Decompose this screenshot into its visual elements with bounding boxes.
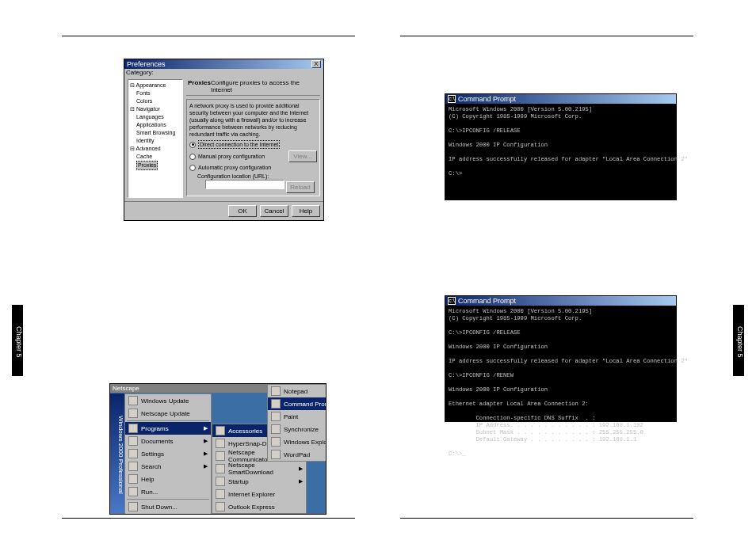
start-column-accessories: Notepad Command Prompt Paint Synchronize… <box>267 384 326 462</box>
notepad-icon <box>271 386 281 396</box>
mi-notepad[interactable]: Notepad <box>268 385 326 397</box>
chevron-right-icon: ▶ <box>204 463 208 469</box>
mi-netscape-update[interactable]: Netscape Update <box>125 407 211 420</box>
separator <box>127 420 209 421</box>
settings-icon <box>128 449 138 458</box>
run-icon <box>128 487 138 496</box>
cmd1-titlebar: c:\ Command Prompt <box>445 94 676 104</box>
ok-button[interactable]: OK <box>228 205 257 217</box>
ie-icon <box>216 489 225 499</box>
tree-languages[interactable]: Languages <box>130 113 181 121</box>
mi-run[interactable]: Run... <box>125 485 211 498</box>
tree-cache[interactable]: Cache <box>130 153 181 161</box>
proxy-desc: A network proxy is used to provide addit… <box>189 102 317 138</box>
rule-top-right <box>400 36 693 36</box>
radio-manual-label: Manual proxy configuration <box>198 153 265 160</box>
tree-applications[interactable]: Applications <box>130 121 181 129</box>
tree-colors[interactable]: Colors <box>130 97 181 105</box>
cmd2-title: Command Prompt <box>458 297 516 305</box>
reload-button[interactable]: Reload <box>286 181 315 193</box>
cmd-icon: c:\ <box>448 297 456 305</box>
mi-win-explorer[interactable]: Windows Explorer <box>268 435 326 448</box>
shutdown-icon <box>128 502 138 511</box>
view-button[interactable]: View... <box>288 150 317 162</box>
documents-icon <box>128 436 138 446</box>
chevron-right-icon: ▶ <box>204 450 208 457</box>
cancel-button[interactable]: Cancel <box>260 205 288 217</box>
command-prompt-1: c:\ Command Prompt Microsoft Windows 200… <box>445 93 677 200</box>
mi-shutdown[interactable]: Shut Down... <box>125 500 211 513</box>
sync-icon <box>271 424 281 434</box>
chevron-right-icon: ▶ <box>299 478 303 485</box>
mi-documents[interactable]: Documents▶ <box>125 435 211 447</box>
cmd2-titlebar: c:\ Command Prompt <box>445 296 676 306</box>
mi-settings[interactable]: Settings▶ <box>125 447 211 460</box>
mi-sync[interactable]: Synchronize <box>268 423 326 435</box>
programs-icon <box>128 424 138 433</box>
tree-fonts[interactable]: Fonts <box>130 89 181 97</box>
cmd-icon: c:\ <box>448 95 456 103</box>
folder-icon <box>216 439 225 448</box>
folder-icon <box>216 477 225 486</box>
mi-windows-update[interactable]: Windows Update <box>125 394 211 407</box>
help-icon <box>128 474 138 484</box>
panel-title: Proxies <box>188 79 211 93</box>
start-strip: Windows 2000 Professional <box>110 393 124 515</box>
preferences-title: Preferences <box>127 60 166 68</box>
proxy-groupbox: A network proxy is used to provide addit… <box>186 99 320 196</box>
category-tree[interactable]: ⊟ Appearance Fonts Colors ⊟ Navigator La… <box>128 79 183 198</box>
help-button[interactable]: Help <box>292 205 320 217</box>
tree-navigator[interactable]: ⊟ Navigator <box>130 105 181 113</box>
chevron-right-icon: ▶ <box>204 438 208 444</box>
panel-subtitle: Configure proxies to access the Internet <box>211 79 319 93</box>
mail-icon <box>216 502 225 511</box>
config-url-label: Configuration location (URL): <box>197 173 269 179</box>
folder-icon <box>216 451 225 461</box>
wordpad-icon <box>271 450 281 459</box>
globe-icon <box>128 409 138 418</box>
chapter-tab-left: Chapter 5 <box>12 305 23 376</box>
cmd-icon <box>271 399 281 409</box>
tree-appearance[interactable]: ⊟ Appearance <box>130 82 181 89</box>
cmd2-body: Microsoft Windows 2000 [Version 5.00.219… <box>445 306 676 460</box>
radio-direct-label: Direct connection to the Internet <box>198 140 280 149</box>
command-prompt-2: c:\ Command Prompt Microsoft Windows 200… <box>445 295 677 422</box>
folder-icon <box>216 464 225 473</box>
explorer-icon <box>271 437 281 447</box>
tree-smart[interactable]: Smart Browsing <box>130 129 181 137</box>
mi-search[interactable]: Search▶ <box>125 460 211 473</box>
mi-command-prompt[interactable]: Command Prompt <box>268 397 326 410</box>
chevron-right-icon: ▶ <box>204 425 208 431</box>
category-label: Category: <box>124 69 323 76</box>
radio-auto-label: Automatic proxy configuration <box>198 164 271 171</box>
mi-startup[interactable]: Startup▶ <box>212 475 306 488</box>
search-icon <box>128 462 138 471</box>
rule-top-left <box>62 36 355 36</box>
radio-auto[interactable] <box>189 165 196 171</box>
mi-ie[interactable]: Internet Explorer <box>212 488 306 500</box>
config-url-input[interactable] <box>205 180 284 189</box>
proxies-panel: Proxies Configure proxies to access the … <box>186 79 320 198</box>
mi-programs[interactable]: Programs▶ <box>125 422 211 435</box>
radio-manual[interactable] <box>189 154 196 160</box>
start-column-main: Windows Update Netscape Update Programs▶… <box>124 393 212 515</box>
close-icon[interactable]: X <box>311 60 321 68</box>
chevron-right-icon: ▶ <box>299 466 303 472</box>
mi-oe[interactable]: Outlook Express <box>212 500 306 513</box>
tree-proxies[interactable]: Proxies <box>130 161 181 170</box>
mi-help[interactable]: Help <box>125 473 211 485</box>
folder-icon <box>216 426 225 435</box>
rule-bot-left <box>62 518 355 519</box>
tree-identity[interactable]: Identity <box>130 137 181 145</box>
separator <box>127 499 209 500</box>
rule-bot-right <box>400 518 693 519</box>
mi-wordpad[interactable]: WordPad <box>268 448 326 461</box>
tree-advanced[interactable]: ⊟ Advanced <box>130 145 181 153</box>
radio-direct[interactable] <box>189 142 196 148</box>
mi-netscape-sd[interactable]: Netscape SmartDownload▶ <box>212 462 306 475</box>
cmd1-title: Command Prompt <box>458 95 516 103</box>
preferences-window: Preferences X Category: ⊟ Appearance Fon… <box>124 59 324 221</box>
preferences-titlebar: Preferences X <box>124 59 323 69</box>
chapter-tab-right: Chapter 5 <box>733 305 744 376</box>
mi-paint[interactable]: Paint <box>268 410 326 423</box>
